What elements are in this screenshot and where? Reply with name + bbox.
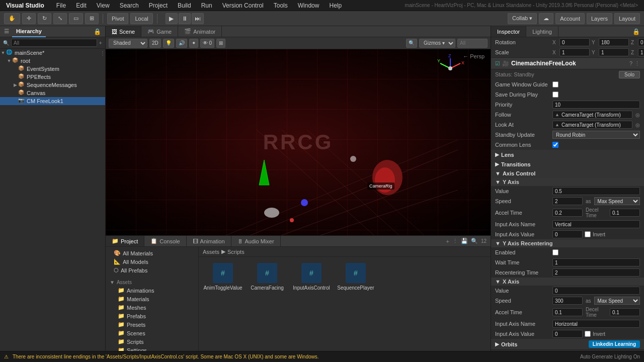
menu-edit[interactable]: Edit	[74, 1, 89, 10]
save-during-play-checkbox[interactable]	[552, 92, 558, 98]
menu-version-control[interactable]: Version Control	[220, 1, 266, 10]
grid-toggle[interactable]: ⊞	[216, 39, 225, 48]
menu-view[interactable]: View	[95, 1, 112, 10]
solo-button[interactable]: Solo	[619, 71, 640, 78]
menu-window[interactable]: Window	[296, 1, 321, 10]
look-at-field[interactable]: ▲ CameraTarget (Transform)	[552, 121, 632, 129]
lens-header[interactable]: ▶ Lens	[491, 150, 644, 159]
tab-scene[interactable]: 🖼 Scene	[106, 26, 141, 37]
y-input-axis-input[interactable]	[552, 220, 640, 228]
rotation-y-input[interactable]	[599, 38, 629, 46]
shading-select[interactable]: Shaded Wireframe	[109, 39, 147, 48]
y-recentering-time-input[interactable]	[552, 268, 640, 277]
y-recentering-header[interactable]: ▼ Y Axis Recentering	[491, 239, 644, 247]
rect-tool-button[interactable]: ▭	[69, 13, 83, 24]
y-speed-input[interactable]	[552, 197, 583, 205]
hand-tool-button[interactable]: ✋	[4, 13, 20, 24]
proj-folder-prefabs[interactable]: 📁 Prefabs	[106, 312, 198, 320]
scene-search-button[interactable]: 🔍	[406, 39, 417, 48]
account-button[interactable]: Account	[555, 13, 585, 24]
orbits-header[interactable]: ▶ Orbits Linkedin Learning	[491, 339, 644, 349]
proj-folder-settings[interactable]: 📁 Settings	[106, 346, 198, 351]
y-input-value-input[interactable]	[552, 230, 583, 238]
assets-header[interactable]: ▼ Assets	[106, 279, 198, 286]
2d-button[interactable]: 2D	[149, 39, 161, 48]
menu-file[interactable]: File	[54, 1, 68, 10]
proj-item-all-materials[interactable]: 🎨 All Materials	[106, 249, 198, 257]
project-save-icon[interactable]: 💾	[461, 238, 468, 244]
proj-item-all-models[interactable]: 📐 All Models	[106, 257, 198, 266]
hierarchy-add-icon[interactable]: +	[99, 40, 102, 46]
hierarchy-menu-icon[interactable]: ⋮	[100, 50, 105, 56]
x-invert-checkbox[interactable]	[585, 331, 591, 337]
component-menu-icon[interactable]: ⋮	[634, 60, 640, 67]
scale-y-input[interactable]	[599, 48, 629, 56]
audio-toggle[interactable]: 🔊	[176, 39, 187, 48]
tree-item-eventsystem[interactable]: 📦 EventSystem	[0, 65, 105, 73]
play-button[interactable]: ▶	[166, 13, 178, 24]
proj-folder-presets[interactable]: 📁 Presets	[106, 320, 198, 329]
tab-audio-mixer[interactable]: 🎚 Audio Mixer	[231, 236, 281, 246]
pause-button[interactable]: ⏸	[179, 13, 191, 24]
scene-search-input[interactable]	[457, 39, 488, 48]
step-button[interactable]: ⏭	[192, 13, 204, 24]
rotate-tool-button[interactable]: ↻	[38, 13, 51, 24]
pivot-button[interactable]: Pivot	[107, 13, 128, 24]
tab-console[interactable]: 📋 Console	[144, 236, 186, 246]
proj-folder-scripts[interactable]: 📁 Scripts	[106, 337, 198, 346]
gizmos-select[interactable]: Gizmos ▾	[419, 39, 455, 48]
inspector-lock-icon[interactable]: 🔒	[632, 28, 640, 35]
proj-folder-meshes[interactable]: 📁 Meshes	[106, 303, 198, 312]
tab-animator[interactable]: 🎬 Animator	[178, 26, 222, 37]
asset-animtogglevalue[interactable]: # AnimToggleValue	[203, 261, 243, 347]
hierarchy-search-input[interactable]	[11, 39, 97, 47]
follow-target-icon[interactable]: ◎	[635, 112, 640, 118]
proj-item-all-prefabs[interactable]: ⬡ All Prefabs	[106, 266, 198, 275]
move-tool-button[interactable]: ✛	[22, 13, 36, 24]
y-accel-input[interactable]	[552, 209, 583, 217]
menu-run[interactable]: Run	[199, 1, 214, 10]
x-value-input[interactable]	[552, 287, 640, 295]
x-speed-input[interactable]	[552, 297, 583, 305]
y-wait-input[interactable]	[552, 258, 640, 266]
look-at-target-icon[interactable]: ◎	[635, 122, 640, 128]
tree-item-root[interactable]: ▼ 📦 root	[0, 57, 105, 65]
x-input-value-input[interactable]	[552, 330, 583, 338]
common-lens-checkbox[interactable]	[552, 142, 558, 148]
asset-camerafacing[interactable]: # CameraFacing	[247, 261, 287, 347]
x-decel-input[interactable]	[610, 308, 640, 316]
tab-animation[interactable]: 🎞 Animation	[187, 236, 231, 246]
component-checkbox-icon[interactable]: ☑	[495, 60, 500, 67]
axis-control-header[interactable]: ▼ Axis Control	[491, 169, 644, 178]
project-search-icon[interactable]: 🔍	[471, 238, 478, 244]
asset-inputaxiscontrol[interactable]: # InputAxisControl	[291, 261, 332, 347]
x-input-axis-input[interactable]	[552, 320, 640, 328]
viewport[interactable]: ← Persp X Y Z RRCG	[106, 49, 491, 235]
follow-field[interactable]: ▲ CameraTarget (Transform)	[552, 111, 632, 119]
y-axis-header[interactable]: ▼ Y Axis	[491, 178, 644, 186]
menu-tools[interactable]: Tools	[272, 1, 290, 10]
y-invert-checkbox[interactable]	[585, 231, 591, 237]
tree-item-freelook[interactable]: 📷 CM FreeLook1	[0, 97, 105, 105]
priority-input[interactable]	[552, 101, 640, 109]
scale-tool-button[interactable]: ⤡	[53, 13, 67, 24]
menu-help[interactable]: Help	[327, 1, 344, 10]
breadcrumb-scripts[interactable]: Scripts	[227, 249, 245, 255]
layout-button[interactable]: Layout	[614, 13, 640, 24]
project-menu-icon[interactable]: ⋮	[452, 238, 458, 244]
menu-build[interactable]: Build	[176, 1, 193, 10]
proj-folder-animations[interactable]: 📁 Animations	[106, 286, 198, 295]
proj-folder-scenes[interactable]: 📁 Scenes	[106, 329, 198, 337]
local-button[interactable]: Local	[130, 13, 152, 24]
scale-z-input[interactable]	[638, 48, 644, 56]
transitions-header[interactable]: ▶ Transitions	[491, 159, 644, 169]
asset-sequenceplayer[interactable]: # SequencePlayer	[336, 261, 376, 347]
hierarchy-options-icon[interactable]: ☰	[4, 28, 9, 35]
proj-folder-materials[interactable]: 📁 Materials	[106, 295, 198, 303]
lighting-toggle[interactable]: 💡	[163, 39, 174, 48]
tab-lighting[interactable]: Lighting	[526, 26, 558, 37]
component-help-icon[interactable]: ?	[629, 60, 632, 66]
effects-toggle[interactable]: ✦	[189, 39, 198, 48]
tab-game[interactable]: 🎮 Game	[141, 26, 178, 37]
y-speed-mode-select[interactable]: Max Speed	[594, 197, 640, 205]
